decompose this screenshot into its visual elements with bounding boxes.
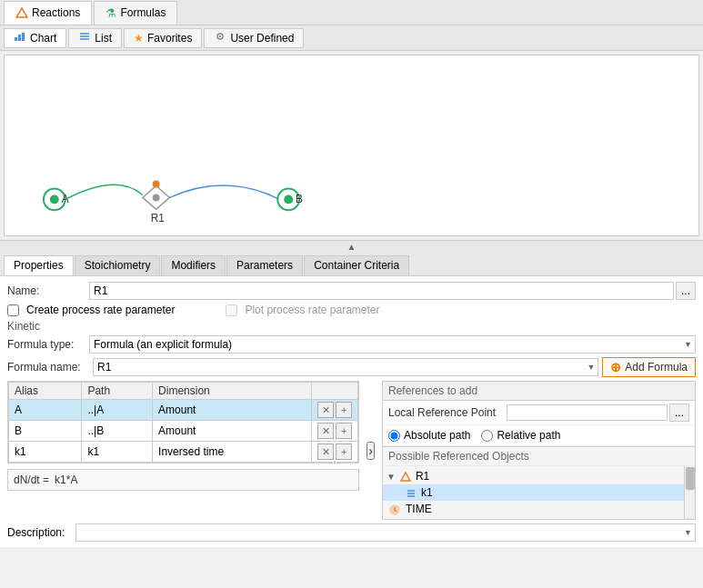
svg-point-11 — [50, 194, 59, 204]
cell-dimension-b: Amount — [153, 421, 312, 442]
formula-type-label: Formula type: — [7, 338, 89, 351]
table-row[interactable]: A ..|A Amount ✕ + — [9, 400, 358, 421]
tree-row-r1[interactable]: ▼ R1 — [383, 468, 684, 484]
tab-chart[interactable]: Chart — [4, 28, 66, 48]
col-header-alias: Alias — [9, 383, 82, 400]
references-title: References to add — [383, 382, 695, 401]
plot-process-checkbox[interactable] — [226, 304, 237, 316]
properties-tabs-bar: Properties Stoichiometry Modifiers Param… — [0, 253, 703, 276]
delete-a-button[interactable]: ✕ — [317, 402, 334, 418]
tree-time-label: TIME — [406, 503, 432, 515]
tab-stoichiometry[interactable]: Stoichiometry — [75, 255, 161, 275]
tab-formulas[interactable]: ⚗ Formulas — [94, 1, 177, 25]
flask-icon: ⚗ — [105, 6, 116, 20]
tab-container-criteria-label: Container Criteria — [314, 259, 399, 272]
tree-content: ▼ R1 k1 — [383, 466, 684, 519]
cell-path-a: ..|A — [82, 400, 153, 421]
tab-properties[interactable]: Properties — [4, 255, 74, 275]
description-label: Description: — [7, 526, 75, 539]
tab-formulas-label: Formulas — [120, 6, 166, 19]
add-a-button[interactable]: + — [336, 402, 352, 418]
name-label: Name: — [7, 284, 89, 297]
formula-name-label: Formula name: — [7, 361, 89, 374]
svg-rect-9 — [9, 55, 693, 235]
create-process-checkbox[interactable] — [7, 304, 19, 316]
delete-k1-button[interactable]: ✕ — [317, 443, 334, 460]
tree-expand-r1-icon: ▼ — [387, 472, 396, 482]
delete-b-button[interactable]: ✕ — [317, 423, 334, 439]
relative-path-radio[interactable] — [481, 430, 493, 442]
transfer-arrow-button[interactable]: › — [367, 442, 375, 460]
description-select[interactable] — [75, 523, 696, 542]
alias-table: Alias Path Dimension A ..|A Amount — [8, 382, 358, 463]
svg-point-19 — [153, 181, 160, 188]
formula-type-select[interactable]: Formula (an explicit formula) — [89, 335, 696, 354]
local-ref-input[interactable] — [507, 404, 668, 421]
alias-table-container: Alias Path Dimension A ..|A Amount — [7, 381, 359, 463]
col-header-actions — [312, 383, 358, 400]
tree-scrollbar-thumb[interactable] — [686, 467, 695, 490]
tree-row-k1[interactable]: k1 — [383, 484, 684, 501]
cell-alias-b: B — [9, 421, 82, 442]
create-process-label: Create process rate parameter — [26, 304, 175, 316]
tab-reactions[interactable]: Reactions — [4, 1, 92, 25]
collapse-bar[interactable]: ▲ — [0, 240, 703, 253]
tab-modifiers-label: Modifiers — [171, 259, 216, 272]
formula-display-row: dN/dt = k1*A — [7, 469, 359, 491]
tab-reactions-label: Reactions — [32, 6, 80, 19]
tree-title: Possible Referenced Objects — [383, 447, 695, 466]
ellipsis-icon: ... — [681, 284, 690, 297]
tab-modifiers[interactable]: Modifiers — [161, 255, 226, 275]
local-ref-ellipsis-icon: ... — [675, 406, 684, 419]
reaction-canvas[interactable]: A R1 B — [4, 55, 699, 236]
table-row[interactable]: k1 k1 Inversed time ✕ + — [9, 442, 358, 463]
formula-name-select[interactable]: R1 — [93, 358, 598, 376]
svg-point-8 — [219, 35, 221, 37]
add-formula-label: Add Formula — [625, 361, 688, 374]
svg-marker-0 — [16, 8, 27, 17]
kinetic-label: Kinetic — [7, 320, 696, 333]
tree-scrollbar[interactable] — [684, 466, 695, 519]
tab-favorites-label: Favorites — [147, 32, 192, 45]
add-b-button[interactable]: + — [336, 423, 352, 439]
add-k1-button[interactable]: + — [336, 443, 352, 460]
add-formula-button[interactable]: ⊕ Add Formula — [602, 357, 696, 377]
tree-k1-list-icon — [406, 488, 417, 498]
formula-display-label: dN/dt = — [14, 473, 49, 486]
tab-parameters-label: Parameters — [236, 259, 293, 272]
left-panel: Alias Path Dimension A ..|A Amount — [7, 381, 359, 520]
tree-k1-label: k1 — [421, 486, 433, 499]
absolute-path-radio[interactable] — [388, 430, 400, 442]
chart-icon — [14, 31, 26, 45]
relative-path-option[interactable]: Relative path — [481, 429, 560, 442]
references-panel: References to add Local Reference Point … — [382, 381, 696, 520]
relative-path-label: Relative path — [497, 429, 560, 442]
cell-alias-k1: k1 — [9, 442, 82, 463]
svg-rect-1 — [15, 37, 17, 41]
cell-actions-b: ✕ + — [312, 421, 358, 442]
tree-row-time[interactable]: TIME — [383, 501, 684, 517]
local-ref-ellipsis-button[interactable]: ... — [669, 404, 689, 422]
cell-dimension-k1: Inversed time — [153, 442, 312, 463]
cell-path-k1: k1 — [82, 442, 153, 463]
table-row[interactable]: B ..|B Amount ✕ + — [9, 421, 358, 442]
name-ellipsis-button[interactable]: ... — [676, 282, 696, 300]
absolute-path-option[interactable]: Absolute path — [388, 429, 470, 442]
tab-parameters[interactable]: Parameters — [226, 255, 303, 275]
local-ref-label: Local Reference Point — [388, 406, 507, 419]
tab-list[interactable]: List — [68, 28, 122, 48]
tab-list-label: List — [95, 32, 112, 45]
add-formula-plus-icon: ⊕ — [610, 360, 621, 374]
tree-time-clock-icon — [388, 503, 401, 515]
svg-rect-3 — [22, 33, 25, 41]
tab-user-defined[interactable]: User Defined — [204, 28, 304, 48]
formula-display-value: k1*A — [55, 473, 77, 486]
cell-actions-a: ✕ + — [312, 400, 358, 421]
tree-scroll-container: ▼ R1 k1 — [383, 466, 695, 519]
plot-process-label: Plot process rate parameter — [245, 304, 379, 316]
name-input[interactable] — [89, 282, 674, 300]
svg-marker-20 — [401, 473, 410, 481]
tab-container-criteria[interactable]: Container Criteria — [304, 255, 409, 275]
cell-alias-a: A — [9, 400, 82, 421]
tab-favorites[interactable]: ★ Favorites — [124, 28, 202, 48]
